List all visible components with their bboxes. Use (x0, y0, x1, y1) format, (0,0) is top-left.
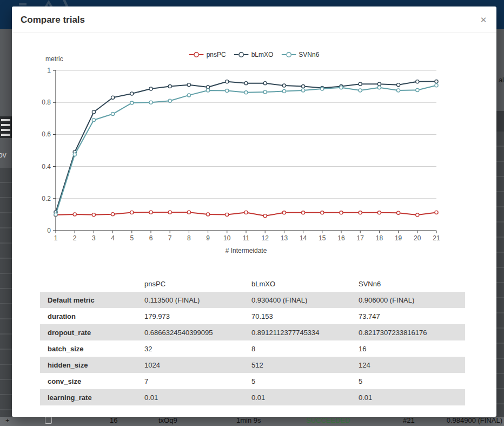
row-value: 1024 (137, 361, 244, 369)
row-label: dropout_rate (40, 329, 137, 337)
row-label: conv_size (40, 377, 137, 385)
svg-text:# Intermeidate: # Intermeidate (226, 247, 267, 254)
row-label: hidden_size (40, 361, 137, 369)
row-value: 512 (244, 361, 351, 369)
row-value: 179.973 (137, 312, 244, 320)
param-row-batch_size: batch_size32816 (40, 340, 465, 357)
svg-text:20: 20 (414, 234, 421, 242)
svg-text:18: 18 (376, 234, 383, 242)
row-value: 0.01 (137, 394, 244, 402)
svg-text:16: 16 (337, 234, 345, 242)
param-row-learning_rate: learning_rate0.010.010.01 (40, 389, 465, 405)
svg-text:15: 15 (319, 234, 326, 242)
param-row-dropout_rate: dropout_rate0.68663245403990950.89121123… (40, 324, 465, 340)
svg-text:0.6: 0.6 (42, 130, 51, 138)
row-value: 0.930400 (FINAL) (244, 296, 351, 304)
trial-status: SUCCEEDED (306, 416, 350, 424)
svg-text:9: 9 (206, 234, 210, 242)
trial-duration: 1min 9s (236, 416, 261, 424)
svg-text:19: 19 (395, 234, 402, 242)
screen: ov al + 16 txOq9 1min 9s SUCCEEDED #21 0… (0, 0, 504, 426)
compare-trials-modal: Compare trials ✕ metric pnsPCbLmXOSVNn6 … (12, 6, 496, 417)
param-row-default-metric: Default metric0.113500 (FINAL)0.930400 (… (40, 292, 465, 308)
row-value: 0.8912112377745334 (244, 329, 351, 337)
trial-sequence: 16 (110, 416, 117, 424)
row-label: Default metric (40, 296, 137, 304)
nav-overview-fragment: ov (0, 150, 6, 159)
row-value: 7 (137, 377, 244, 385)
svg-text:3: 3 (92, 234, 96, 242)
svg-text:0.2: 0.2 (42, 195, 51, 202)
svg-text:8: 8 (187, 234, 191, 242)
svg-text:10: 10 (223, 234, 231, 242)
svg-text:0: 0 (47, 227, 51, 234)
svg-text:17: 17 (357, 234, 364, 242)
row-value: 0.01 (351, 394, 465, 402)
row-value: 0.01 (244, 394, 351, 402)
row-value: 16 (351, 345, 465, 353)
svg-text:7: 7 (168, 234, 172, 242)
row-value: 5 (351, 377, 465, 385)
param-row-duration: duration179.97370.15373.747 (40, 308, 465, 324)
metric-chart: 00.20.40.60.8112345678910111213141516171… (12, 6, 496, 264)
row-value: 0.6866324540399095 (137, 329, 244, 337)
svg-text:0.4: 0.4 (42, 163, 51, 171)
row-value: 0.113500 (FINAL) (137, 296, 244, 304)
nav-right-fragment: al (499, 76, 504, 84)
row-label: duration (40, 312, 137, 320)
svg-text:2: 2 (73, 234, 77, 242)
svg-text:1: 1 (47, 67, 51, 74)
svg-text:21: 21 (433, 234, 440, 242)
row-value: 73.747 (351, 312, 465, 320)
row-value: 124 (351, 361, 465, 369)
comparison-table: pnsPCbLmXOSVNn6Default metric0.113500 (F… (40, 276, 465, 405)
svg-text:5: 5 (130, 234, 134, 242)
row-value: 8 (244, 345, 351, 353)
trial-metric-value: 0.984900 (FINAL) (447, 416, 502, 424)
param-row-hidden_size: hidden_size1024512124 (40, 357, 465, 373)
trial-column-header: bLmXO (244, 280, 351, 288)
trial-metric-step: #21 (403, 416, 415, 424)
svg-text:0.8: 0.8 (42, 99, 51, 106)
trials-table-fragment-left (0, 168, 12, 417)
svg-text:1: 1 (54, 234, 58, 242)
menu-icon (0, 116, 12, 138)
svg-text:14: 14 (300, 234, 307, 242)
row-value: 70.153 (244, 312, 351, 320)
row-value: 5 (244, 377, 351, 385)
trial-checkbox (45, 417, 52, 424)
row-label: batch_size (40, 345, 137, 353)
param-row-conv_size: conv_size755 (40, 373, 465, 389)
trials-table-fragment-right (496, 132, 504, 417)
svg-text:4: 4 (111, 234, 115, 242)
trial-column-header: SVNn6 (351, 280, 465, 288)
trial-id: txOq9 (158, 416, 177, 424)
trial-column-header: pnsPC (137, 280, 244, 288)
svg-text:11: 11 (243, 234, 250, 242)
row-value: 0.906000 (FINAL) (351, 296, 465, 304)
table-header-fragment-right (496, 111, 504, 132)
row-value: 32 (137, 345, 244, 353)
row-value: 0.8217307233816176 (351, 329, 465, 337)
row-label: learning_rate (40, 394, 137, 402)
svg-text:6: 6 (149, 234, 153, 242)
expand-button: + (5, 416, 10, 424)
svg-text:13: 13 (281, 234, 288, 242)
svg-text:12: 12 (262, 234, 269, 242)
table-header-row: pnsPCbLmXOSVNn6 (40, 276, 465, 292)
